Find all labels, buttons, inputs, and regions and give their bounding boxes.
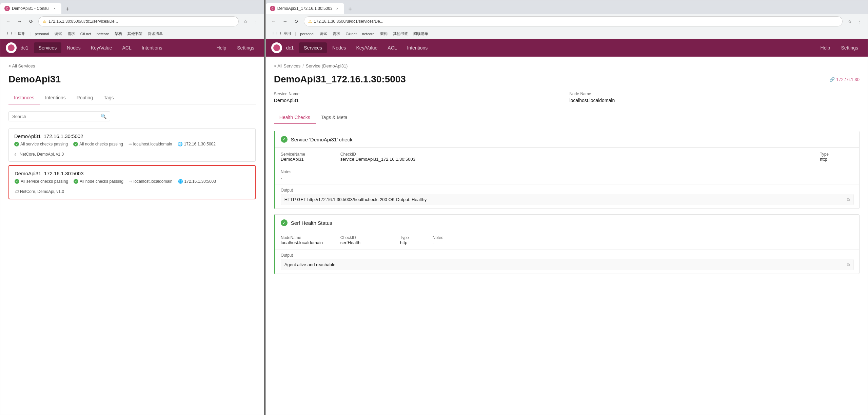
right-hc2-copy-btn[interactable]: ⧉ (847, 262, 850, 267)
left-nav-keyvalue[interactable]: Key/Value (86, 42, 117, 53)
right-node-name-value: localhost.localdomain (569, 98, 615, 103)
right-help-btn[interactable]: Help (816, 43, 834, 53)
left-bookmark-6[interactable]: 架构 (113, 31, 124, 37)
left-bookmark-2[interactable]: 调试 (53, 31, 64, 37)
left-breadcrumb-link[interactable]: < All Services (8, 63, 35, 68)
right-service-meta-grid: Service Name DemoApi31 Node Name localho… (274, 92, 860, 103)
left-tab-instances[interactable]: Instances (8, 92, 40, 104)
right-breadcrumb-service[interactable]: Service (DemoApi31) (306, 63, 348, 68)
right-active-tab[interactable]: C DemoApi31_172.16.1.30:5003 × (266, 3, 344, 14)
right-hc1-checkid-label: CheckID (340, 152, 814, 157)
right-new-tab[interactable]: + (346, 4, 355, 14)
right-hc2-checkid-value: serfHealth (340, 240, 395, 245)
right-tab-tags-meta[interactable]: Tags & Meta (316, 111, 353, 124)
right-tab-health-checks[interactable]: Health Checks (274, 111, 316, 124)
left-tab-intentions[interactable]: Intentions (40, 92, 71, 104)
left-nav-right: Help Settings (212, 43, 258, 53)
right-hc2-output-section: Output Agent alive and reachable ⧉ (275, 250, 859, 274)
left-reload-btn[interactable]: ⟳ (27, 17, 36, 26)
right-reload-btn[interactable]: ⟳ (292, 17, 301, 26)
left-search-input[interactable] (12, 114, 101, 119)
left-settings-btn[interactable]: Settings (233, 43, 258, 53)
left-tab-bar: C DemoApi31 - Consul × + (0, 0, 264, 14)
right-bookmark-6[interactable]: 架构 (378, 31, 390, 37)
right-forward-btn[interactable]: → (281, 17, 290, 26)
left-browser-chrome: C DemoApi31 - Consul × + ← → ⟳ ⚠ 172.16.… (0, 0, 264, 39)
right-hc2-fields-section: NodeName localhost.localdomain CheckID s… (275, 231, 859, 250)
right-bookmark-2[interactable]: 调试 (318, 31, 329, 37)
right-settings-btn[interactable]: Settings (837, 43, 862, 53)
right-bookmark-5[interactable]: netcore (360, 31, 377, 37)
left-forward-btn[interactable]: → (15, 17, 24, 26)
right-close-tab[interactable]: × (335, 6, 340, 11)
right-bookmark-3[interactable]: 需求 (331, 31, 342, 37)
left-instance-tags-1: 🏷 NetCore, DemoApi, v1.0 (14, 152, 64, 157)
left-nav-nodes[interactable]: Nodes (62, 42, 85, 53)
right-breadcrumb-all-services[interactable]: < All Services (274, 63, 300, 68)
left-tab-title: DemoApi31 - Consul (12, 6, 50, 11)
left-close-tab[interactable]: × (52, 6, 57, 11)
right-bookmark-apps[interactable]: ⋮⋮⋮ 应用 (269, 31, 293, 37)
right-nav-intentions[interactable]: Intentions (402, 42, 433, 53)
left-node-icon-2: ⇒ (129, 179, 132, 184)
right-health-card-2-body: NodeName localhost.localdomain CheckID s… (275, 231, 859, 274)
left-active-tab[interactable]: C DemoApi31 - Consul × (0, 3, 61, 14)
left-more-icon[interactable]: ⋮ (252, 17, 260, 26)
left-tags-text-2: NetCore, DemoApi, v1.0 (20, 189, 64, 194)
left-nav-intentions[interactable]: Intentions (137, 42, 167, 53)
right-more-icon[interactable]: ⋮ (855, 17, 864, 26)
right-health-status-2 (281, 219, 288, 226)
right-favicon: C (270, 6, 275, 11)
left-tab-routing[interactable]: Routing (71, 92, 98, 104)
right-hc1-copy-btn[interactable]: ⧉ (847, 197, 850, 202)
left-search-icon: 🔍 (101, 114, 106, 119)
right-hc1-notes-label: Notes (281, 170, 854, 174)
right-health-card-1-header: Service 'DemoApi31' check (275, 131, 859, 148)
right-bookmark-icon[interactable]: ☆ (845, 17, 854, 26)
right-nav-nodes[interactable]: Nodes (328, 42, 351, 53)
left-bookmark-apps[interactable]: ⋮⋮⋮ 应用 (4, 31, 27, 37)
right-hc1-output-value: HTTP GET http://172.16.1.30:5003/healthc… (284, 197, 427, 202)
right-bookmark-7[interactable]: 其他书签 (391, 31, 410, 37)
right-bookmark-4[interactable]: C#.net (343, 31, 358, 37)
right-consul-nav: dc1 Services Nodes Key/Value ACL Intenti… (266, 39, 868, 57)
left-status-dot-svc-1 (14, 142, 19, 146)
right-browser-chrome: C DemoApi31_172.16.1.30:5003 × + ← → ⟳ ⚠… (266, 0, 868, 39)
left-consul-app: dc1 Services Nodes Key/Value ACL Intenti… (0, 39, 264, 415)
left-instance-item-2[interactable]: DemoApi31_172.16.1.30:5003 All service c… (8, 165, 256, 199)
right-ip-text: 172.16.1.30 (836, 77, 860, 82)
left-instance-tags-2: 🏷 NetCore, DemoApi, v1.0 (15, 189, 64, 194)
left-bookmark-icon[interactable]: ☆ (241, 17, 250, 26)
left-bookmark-3[interactable]: 需求 (65, 31, 77, 37)
left-help-btn[interactable]: Help (212, 43, 230, 53)
left-instance-meta-2: All service checks passing All node chec… (15, 179, 250, 194)
right-tab-bar: C DemoApi31_172.16.1.30:5003 × + (266, 0, 868, 14)
right-hc2-nodename-label: NodeName (281, 235, 335, 240)
left-nav-services[interactable]: Services (34, 42, 62, 53)
left-globe-icon-1: 🌐 (178, 142, 183, 146)
left-bookmark-8[interactable]: 阅读清单 (146, 31, 165, 37)
right-health-card-2-title: Serf Health Status (291, 220, 332, 226)
right-nav-keyvalue[interactable]: Key/Value (352, 42, 382, 53)
right-consul-content: < All Services / Service (DemoApi31) Dem… (266, 57, 868, 415)
left-bookmark-5[interactable]: netcore (95, 31, 111, 37)
left-bookmark-4[interactable]: C#.net (78, 31, 93, 37)
right-back-btn[interactable]: ← (269, 17, 278, 26)
left-nav-acl[interactable]: ACL (118, 42, 136, 53)
left-page-title: DemoApi31 (8, 74, 256, 85)
right-bookmark-1[interactable]: personal (298, 31, 316, 37)
right-ip-link[interactable]: 🔗 172.16.1.30 (829, 77, 860, 82)
right-address-bar[interactable]: ⚠ 172.16.1.30:8500/ui/dc1/services/De... (304, 16, 843, 26)
left-tab-tags[interactable]: Tags (98, 92, 119, 104)
left-instance-addr-2: 🌐 172.16.1.30:5003 (178, 179, 216, 184)
left-new-tab[interactable]: + (63, 4, 72, 14)
left-instance-item-1[interactable]: DemoApi31_172.16.1.30:5002 All service c… (8, 128, 256, 162)
left-breadcrumb[interactable]: < All Services (8, 63, 256, 68)
right-nav-services[interactable]: Services (299, 42, 327, 53)
left-address-bar[interactable]: ⚠ 172.16.1.30:8500/ui/dc1/services/De... (38, 16, 239, 26)
left-back-btn[interactable]: ← (4, 17, 13, 26)
left-bookmark-1[interactable]: personal (33, 31, 51, 37)
right-nav-acl[interactable]: ACL (383, 42, 401, 53)
right-bookmark-8[interactable]: 阅读清单 (411, 31, 430, 37)
left-bookmark-7[interactable]: 其他书签 (125, 31, 144, 37)
